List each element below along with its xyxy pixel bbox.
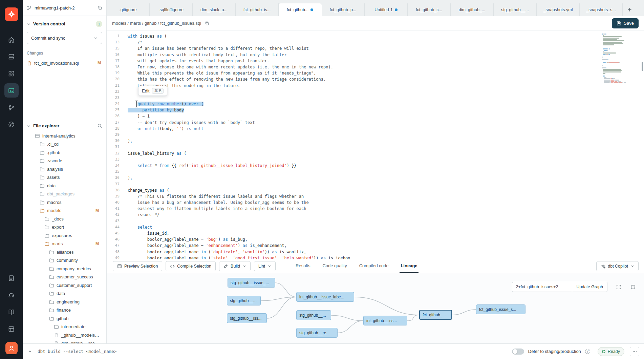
tree-item-export[interactable]: export xyxy=(27,223,102,232)
defer-toggle[interactable] xyxy=(512,349,524,355)
code-line[interactable]: 29 xyxy=(107,132,644,138)
tab-results[interactable]: Results xyxy=(295,259,311,273)
jobs-icon[interactable] xyxy=(4,49,19,64)
commit-and-sync-button[interactable]: Commit and sync xyxy=(27,32,102,44)
tree-item-dim_github__users...[interactable]: dim_github__users... xyxy=(27,339,102,344)
tab-fct_github[interactable]: fct_github... xyxy=(279,3,322,16)
code-line[interactable]: 45 issue_id, xyxy=(107,230,644,236)
code-line[interactable]: 20 this has the effect of removing the n… xyxy=(107,76,644,82)
lineage-node-stg_github__re[interactable]: stg_github__re... xyxy=(296,328,338,338)
lineage-node-stg_github__issue_[interactable]: stg_github__issue_... xyxy=(228,278,275,288)
tab-stg_github__[interactable]: stg_github__... xyxy=(494,3,537,16)
lineage-node-stg_github__[interactable]: stg_github__... xyxy=(296,310,331,320)
branch-icon[interactable] xyxy=(4,100,19,114)
tree-item-dbt_packages[interactable]: dbt_packages xyxy=(27,190,102,198)
tree-item-analysis[interactable]: analysis xyxy=(27,165,102,173)
home-icon[interactable] xyxy=(4,33,19,47)
code-line[interactable]: 19 While this prevents the old issue fro… xyxy=(107,70,644,76)
tab-Untitled-1[interactable]: Untitled-1 xyxy=(365,3,408,16)
copy-path-icon[interactable] xyxy=(205,21,209,26)
code-line[interactable]: 44 select xyxy=(107,224,644,230)
code-line[interactable]: 40 issue has a bug or enhancement label.… xyxy=(107,199,644,206)
tree-item-alliances[interactable]: alliances xyxy=(27,248,102,256)
search-icon[interactable] xyxy=(97,123,102,128)
scrollbar-thumb[interactable] xyxy=(642,62,643,71)
code-line[interactable]: 47 boolor_agg(label_name = 'enhancement'… xyxy=(107,242,644,249)
lint-button[interactable]: Lint xyxy=(254,261,276,271)
user-avatar[interactable] xyxy=(5,342,18,354)
tab-lineage[interactable]: Lineage xyxy=(400,259,418,273)
tree-item-finance[interactable]: finance xyxy=(27,306,102,315)
tree-item-exposures[interactable]: exposures xyxy=(27,231,102,240)
code-line[interactable]: 41 easiest way to flatten multiple label… xyxy=(107,206,644,212)
support-icon[interactable] xyxy=(4,288,19,302)
code-line[interactable]: 17 will get updates for events that happ… xyxy=(107,58,644,64)
code-line[interactable]: 22 xyxy=(107,89,644,95)
tree-item-.vscode[interactable]: .vscode xyxy=(27,157,102,165)
tab-compiled-code[interactable]: Compiled code xyxy=(358,259,390,273)
fullscreen-icon[interactable] xyxy=(614,282,624,292)
lineage-node-int_github__iss[interactable]: int_github__iss... xyxy=(363,316,407,325)
code-line[interactable]: 26 ) = 1 xyxy=(107,113,644,119)
code-line[interactable]: 25 partition by body xyxy=(107,107,644,113)
code-line[interactable]: 16 multiple issues with identical body t… xyxy=(107,52,644,58)
code-line[interactable]: 13 /* xyxy=(107,39,644,45)
dbt-copilot-button[interactable]: dbt Copilot xyxy=(596,261,639,271)
code-line[interactable]: 31 xyxy=(107,144,644,150)
tree-item-_docs[interactable]: _docs xyxy=(27,215,102,223)
command-preview[interactable]: dbt build --select <model_name> xyxy=(38,349,116,354)
tree-item-.github[interactable]: .github xyxy=(27,148,102,157)
code-line[interactable]: 36), xyxy=(107,175,644,181)
refresh-icon[interactable] xyxy=(628,282,638,292)
lineage-selector-input[interactable] xyxy=(512,282,572,292)
tree-item-marts[interactable]: martsM xyxy=(27,240,102,248)
develop-icon[interactable] xyxy=(4,83,19,98)
explore-icon[interactable] xyxy=(4,117,19,131)
tab-.gitignore[interactable]: .gitignore xyxy=(107,3,150,16)
collapse-panel-caret[interactable] xyxy=(27,349,32,354)
tree-item-.ci_cd[interactable]: .ci_cd xyxy=(27,140,102,149)
tab-fct_github_is[interactable]: fct_github_is... xyxy=(236,3,279,16)
tab-dim_github_[interactable]: dim_github_... xyxy=(451,3,494,16)
edit-tooltip[interactable]: Edit ⌘ B xyxy=(138,86,167,96)
lineage-node-fct_github_[interactable]: fct_github_... xyxy=(419,310,452,320)
lineage-node-stg_github__[interactable]: stg_github__... xyxy=(227,296,261,305)
changed-file-fct_dbt_invocations.sql[interactable]: fct_dbt_invocations.sqlM xyxy=(27,59,102,67)
update-graph-button[interactable]: Update Graph xyxy=(572,282,607,292)
tree-item-company_metrics[interactable]: company_metrics xyxy=(27,265,102,273)
changelog-icon[interactable] xyxy=(4,271,19,285)
chevron-down-icon[interactable] xyxy=(27,22,31,26)
save-button[interactable]: Save xyxy=(612,18,639,28)
tree-item-engineering[interactable]: engineering xyxy=(27,298,102,306)
code-line[interactable]: 37 xyxy=(107,181,644,187)
tree-item-customer_success[interactable]: customer_success xyxy=(27,273,102,281)
editor-scrollbar[interactable] xyxy=(642,31,644,259)
lineage-node-fct_github_issue_s[interactable]: fct_github_issue_s... xyxy=(476,304,525,314)
tree-item-internal-analytics[interactable]: internal-analytics xyxy=(27,132,102,140)
code-line[interactable]: 39 /* This CTE flattens the different is… xyxy=(107,193,644,199)
code-line[interactable]: 49 boolor_agg(label_name in ('stale', 'g… xyxy=(107,255,644,259)
code-line[interactable]: 33 xyxy=(107,156,644,163)
tree-item-github[interactable]: github xyxy=(27,314,102,323)
code-line[interactable]: 27 -- don't try deduping issues with no … xyxy=(107,120,644,126)
status-badge[interactable]: Ready xyxy=(598,347,624,356)
code-line[interactable]: 30), xyxy=(107,138,644,144)
overflow-menu-button[interactable] xyxy=(630,347,639,356)
tree-item-_github__models.yml[interactable]: _github__models.yml xyxy=(27,331,102,339)
code-line[interactable]: 24 qualify row_number() over ( xyxy=(107,101,644,107)
lineage-canvas[interactable]: stg_github__issue_...stg_github__...stg_… xyxy=(107,273,644,343)
tree-item-community[interactable]: community xyxy=(27,256,102,265)
help-icon[interactable]: ? xyxy=(585,349,590,354)
code-line[interactable]: 34 select * from {{ ref('int_github__iss… xyxy=(107,163,644,169)
chevron-down-icon[interactable] xyxy=(27,124,31,128)
tree-item-intermediate[interactable]: intermediate xyxy=(27,323,102,331)
tab-_snapshots.yml[interactable]: _snapshots.yml xyxy=(537,3,580,16)
preview-selection-button[interactable]: Preview Selection xyxy=(113,261,162,271)
environments-icon[interactable] xyxy=(4,66,19,81)
code-editor[interactable]: 1with issues as (13 /*15 If an issue has… xyxy=(107,31,644,259)
code-line[interactable]: 46 boolor_agg(label_name = 'bug') as is_… xyxy=(107,236,644,242)
tab-_snapshots_s[interactable]: _snapshots_s... xyxy=(580,3,623,16)
tab-.sqlfluffignore[interactable]: .sqlfluffignore xyxy=(150,3,193,16)
tree-item-data[interactable]: data xyxy=(27,290,102,298)
tree-item-assets[interactable]: assets xyxy=(27,173,102,182)
